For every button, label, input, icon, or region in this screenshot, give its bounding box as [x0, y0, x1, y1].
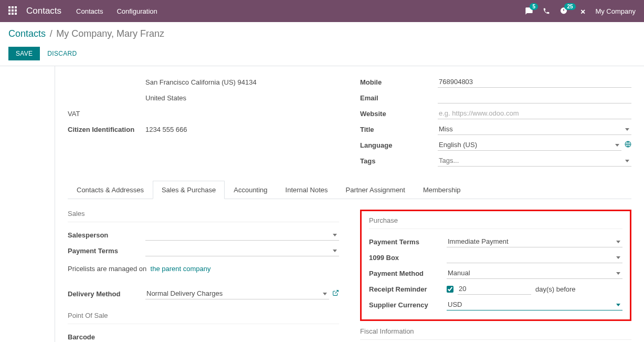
sales-payment-terms-label: Payment Terms	[68, 247, 145, 255]
vat-label: VAT	[68, 110, 145, 118]
save-button[interactable]: SAVE	[8, 47, 40, 60]
external-link-icon[interactable]	[332, 289, 339, 298]
apps-icon[interactable]	[8, 6, 18, 16]
svg-rect-3	[8, 9, 10, 12]
purchase-payment-terms-select[interactable]	[447, 236, 622, 247]
svg-rect-4	[12, 9, 14, 12]
title-label: Title	[360, 126, 438, 133]
delivery-method-label: Delivery Method	[68, 290, 145, 298]
receipt-reminder-days-input[interactable]	[458, 283, 531, 295]
tab-membership[interactable]: Membership	[414, 181, 470, 199]
tags-input[interactable]	[438, 155, 631, 167]
messaging-badge: 5	[530, 3, 538, 10]
website-input[interactable]	[438, 108, 631, 119]
fiscal-section-title: Fiscal Information	[360, 327, 631, 335]
svg-rect-0	[8, 6, 10, 8]
pos-section-title: Point Of Sale	[68, 312, 339, 319]
breadcrumb: Contacts / My Company, Mary Franz	[0, 22, 644, 42]
nav-link-contacts[interactable]: Contacts	[76, 7, 103, 15]
svg-rect-5	[15, 9, 17, 12]
receipt-reminder-label: Receipt Reminder	[369, 285, 447, 293]
purchase-highlight-box: Purchase Payment Terms 1099 Box Payment …	[360, 210, 631, 321]
top-nav: Contacts Contacts Configuration 5 25 My …	[0, 0, 644, 22]
svg-rect-1	[12, 6, 14, 8]
purchase-payment-terms-label: Payment Terms	[369, 238, 447, 246]
title-select[interactable]	[438, 123, 631, 135]
tabs: Contacts & Addresses Sales & Purchase Ac…	[68, 181, 631, 199]
phone-icon[interactable]	[543, 7, 550, 15]
globe-icon[interactable]	[625, 141, 631, 149]
brand-title[interactable]: Contacts	[26, 6, 61, 16]
address-line2: United States	[145, 93, 339, 103]
sales-section-title: Sales	[68, 210, 339, 217]
language-label: Language	[360, 141, 438, 149]
supplier-currency-select[interactable]	[447, 299, 622, 310]
box1099-label: 1099 Box	[369, 254, 447, 262]
tab-internal-notes[interactable]: Internal Notes	[277, 181, 337, 199]
settings-icon[interactable]	[577, 7, 586, 15]
salesperson-label: Salesperson	[68, 231, 145, 239]
salesperson-select[interactable]	[145, 229, 339, 241]
discard-button[interactable]: DISCARD	[47, 50, 77, 57]
email-label: Email	[360, 94, 438, 102]
tags-label: Tags	[360, 157, 438, 165]
mobile-input[interactable]	[438, 76, 631, 88]
language-select[interactable]	[438, 139, 621, 151]
citizen-id-value: 1234 555 666	[145, 126, 187, 133]
payment-method-label: Payment Method	[369, 270, 447, 277]
address-line1: San Francisco California (US) 94134	[145, 77, 339, 87]
sales-payment-terms-select[interactable]	[145, 245, 339, 256]
nav-link-configuration[interactable]: Configuration	[117, 7, 157, 15]
tab-contacts-addresses[interactable]: Contacts & Addresses	[68, 181, 153, 199]
breadcrumb-root[interactable]: Contacts	[8, 28, 46, 39]
tab-accounting[interactable]: Accounting	[225, 181, 276, 199]
messaging-icon[interactable]: 5	[525, 7, 533, 15]
citizen-id-label: Citizen Identification	[68, 126, 145, 133]
breadcrumb-leaf: My Company, Mary Franz	[56, 28, 164, 39]
barcode-label: Barcode	[68, 333, 145, 341]
action-bar: SAVE DISCARD	[0, 42, 644, 66]
purchase-section-title: Purchase	[369, 216, 622, 224]
tab-sales-purchase[interactable]: Sales & Purchase	[153, 181, 225, 199]
website-label: Website	[360, 110, 438, 118]
svg-rect-6	[8, 13, 10, 15]
mobile-label: Mobile	[360, 78, 438, 86]
supplier-currency-label: Supplier Currency	[369, 301, 447, 309]
box1099-select[interactable]	[447, 252, 622, 263]
receipt-reminder-suffix: day(s) before	[535, 285, 576, 293]
breadcrumb-sep: /	[50, 28, 52, 39]
receipt-reminder-checkbox[interactable]	[447, 286, 453, 293]
delivery-method-select[interactable]	[145, 288, 329, 299]
parent-company-link[interactable]: the parent company	[151, 265, 211, 273]
company-selector[interactable]: My Company	[595, 7, 636, 15]
tab-partner-assignment[interactable]: Partner Assignment	[337, 181, 414, 199]
email-input[interactable]	[438, 92, 631, 103]
left-gutter	[0, 66, 55, 342]
activity-icon[interactable]: 25	[559, 7, 568, 15]
svg-rect-2	[15, 6, 17, 8]
barcode-input[interactable]	[145, 331, 339, 342]
pricelists-note: Pricelists are managed on	[68, 265, 146, 273]
svg-rect-7	[12, 13, 14, 15]
activity-badge: 25	[564, 3, 575, 10]
payment-method-select[interactable]	[447, 267, 622, 279]
svg-rect-8	[15, 13, 17, 15]
